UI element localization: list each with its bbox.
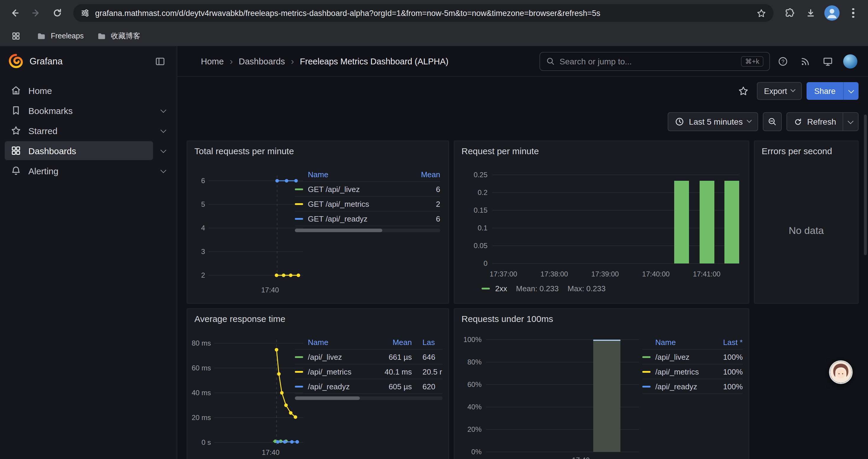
series-last: 20.5 r: [416, 367, 442, 376]
legend-col-name[interactable]: Name: [308, 170, 412, 179]
svg-text:5: 5: [201, 200, 205, 208]
profile-avatar[interactable]: [822, 3, 842, 23]
panel-total-requests[interactable]: Total requests per minute 6 5 4 3 2 17:4…: [187, 140, 449, 304]
legend-col-last[interactable]: Last *: [714, 338, 743, 347]
sidebar-item-home[interactable]: Home: [5, 81, 153, 100]
chevron-down-icon[interactable]: [153, 108, 173, 112]
legend-row[interactable]: /api/_livez 661 µs 646: [295, 350, 442, 364]
series-color-blue: [295, 218, 303, 220]
legend-row[interactable]: /api/_readyz 100%: [642, 379, 743, 394]
legend-col-mean[interactable]: Mean: [416, 170, 440, 179]
address-bar[interactable]: [73, 4, 773, 22]
breadcrumb-dashboards[interactable]: Dashboards: [239, 57, 285, 66]
help-icon[interactable]: ?: [773, 52, 793, 71]
sidebar-nav: Home Bookmarks Starred: [0, 77, 177, 181]
legend-col-mean[interactable]: Mean: [379, 338, 412, 347]
download-icon[interactable]: [801, 3, 821, 23]
panel-errors-per-second[interactable]: Errors per second No data: [754, 140, 859, 304]
panel-average-response-time[interactable]: Average response time 80 ms 60 ms 40 ms …: [187, 308, 449, 459]
news-rss-icon[interactable]: [796, 52, 815, 71]
export-button[interactable]: Export: [757, 82, 802, 100]
legend-row[interactable]: /api/_readyz 605 µs 620: [295, 379, 442, 394]
page-scrollbar[interactable]: [864, 114, 867, 255]
series-name: GET /api/_readyz: [308, 214, 412, 223]
legend-scrollbar[interactable]: [295, 229, 440, 232]
series-color-blue: [295, 386, 303, 387]
browser-menu-icon[interactable]: [843, 3, 863, 23]
search-box[interactable]: ⌘+k: [539, 52, 770, 71]
favorite-star-icon[interactable]: [735, 82, 752, 100]
sidebar-item-dashboards[interactable]: Dashboards: [5, 141, 153, 160]
tune-icon[interactable]: [80, 8, 90, 18]
refresh-icon: [794, 117, 802, 126]
svg-text:0.2: 0.2: [478, 189, 488, 196]
refresh-button[interactable]: Refresh: [787, 113, 843, 131]
request-per-minute-chart: 0.25 0.2 0.15 0.1 0.05 0 17:37:00 17:38:…: [454, 141, 750, 304]
bookmark-item-blog[interactable]: 收藏博客: [97, 31, 140, 41]
bookmark-star-icon[interactable]: [756, 8, 766, 18]
svg-text:3: 3: [201, 248, 205, 256]
refresh-button-group: Refresh: [786, 112, 859, 131]
series-name: /api/_livez: [655, 352, 710, 361]
series-readyz-livez: [275, 179, 298, 183]
time-controls: Last 5 minutes Refresh: [177, 112, 868, 131]
sidebar-item-starred[interactable]: Starred: [5, 121, 153, 140]
url-input[interactable]: [95, 8, 751, 18]
share-label: Share: [814, 87, 836, 95]
panel-requests-under-100ms[interactable]: Requests under 100ms 100% 80% 60% 40% 20…: [454, 308, 749, 459]
legend-scrollbar[interactable]: [295, 396, 442, 400]
series-color-yellow: [295, 371, 303, 372]
grafana-logo[interactable]: [8, 54, 24, 69]
chevron-down-icon[interactable]: [153, 149, 173, 153]
share-menu-button[interactable]: [843, 82, 859, 100]
legend-col-last[interactable]: Las: [416, 338, 442, 347]
legend-row[interactable]: /api/_metrics 100%: [642, 364, 743, 379]
chevron-down-icon: [848, 87, 854, 93]
series-mean: 661 µs: [379, 352, 412, 361]
reload-icon[interactable]: [47, 3, 67, 23]
clock-icon: [675, 117, 684, 126]
series-max: Max: 0.233: [567, 284, 606, 293]
extensions-icon[interactable]: [779, 3, 800, 23]
zoom-out-button[interactable]: [763, 112, 782, 131]
svg-text:80 ms: 80 ms: [192, 339, 211, 347]
dock-menu-icon[interactable]: [152, 53, 168, 70]
series-color-blue: [642, 386, 651, 387]
share-button-group: Share: [807, 82, 859, 100]
bookmark-item-freeleaps[interactable]: Freeleaps: [37, 31, 84, 41]
time-range-label: Last 5 minutes: [689, 117, 743, 126]
refresh-label: Refresh: [807, 117, 836, 126]
legend-row[interactable]: /api/_metrics 40.1 ms 20.5 r: [295, 364, 442, 379]
panel-request-per-minute[interactable]: Request per minute 0.25 0.2 0.15 0.1 0.0…: [454, 140, 749, 304]
dashboards-icon: [11, 145, 21, 156]
forward-icon[interactable]: [26, 3, 46, 23]
time-range-picker[interactable]: Last 5 minutes: [668, 112, 758, 131]
floating-avatar[interactable]: [829, 360, 852, 384]
user-avatar[interactable]: [841, 52, 860, 71]
breadcrumb-home[interactable]: Home: [201, 57, 224, 66]
sidebar-item-alerting[interactable]: Alerting: [5, 161, 153, 180]
chevron-down-icon[interactable]: [153, 169, 173, 173]
svg-text:0.1: 0.1: [478, 224, 488, 232]
chevron-down-icon[interactable]: [153, 129, 173, 133]
refresh-interval-button[interactable]: [843, 113, 858, 131]
apps-grid-icon[interactable]: [8, 28, 24, 44]
panel-title: Total requests per minute: [194, 146, 294, 156]
svg-text:17:38:00: 17:38:00: [540, 270, 568, 278]
legend-row[interactable]: GET /api/_readyz 6: [295, 211, 440, 226]
legend-row[interactable]: GET /api/_metrics 2: [295, 197, 440, 211]
sidebar-item-bookmarks[interactable]: Bookmarks: [5, 101, 153, 120]
monitor-icon[interactable]: [818, 52, 837, 71]
legend-col-name[interactable]: Name: [655, 338, 710, 347]
sidebar-header: Grafana: [0, 46, 177, 77]
legend-row[interactable]: GET /api/_livez 6: [295, 182, 440, 197]
series-last: 100%: [714, 367, 743, 376]
search-input[interactable]: [560, 57, 736, 66]
share-button[interactable]: Share: [807, 82, 843, 100]
legend-col-name[interactable]: Name: [308, 338, 374, 347]
svg-text:17:37:00: 17:37:00: [490, 270, 517, 278]
legend-row[interactable]: /api/_livez 100%: [642, 350, 743, 364]
browser-toolbar: [0, 0, 868, 26]
legend-inline[interactable]: 2xx Mean: 0.233 Max: 0.233: [482, 284, 606, 293]
back-icon[interactable]: [5, 3, 25, 23]
